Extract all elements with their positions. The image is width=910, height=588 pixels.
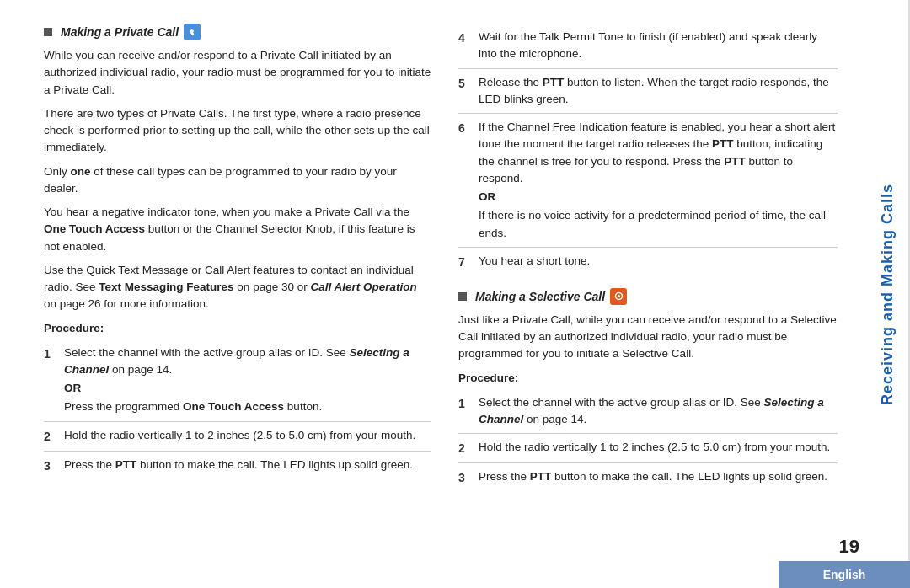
selective-intro: Just like a Private Call, while you can … (458, 312, 838, 363)
selective-call-title: Making a Selective Call (458, 288, 838, 305)
selective-title-square-icon (458, 292, 467, 301)
sel-step-1-text: Select the channel with the active group… (479, 396, 824, 425)
para-1: While you can receive and/or respond to … (44, 47, 431, 99)
right-column: 4 Wait for the Talk Permit Tone to finis… (458, 24, 846, 573)
step-5-text: Release the PTT button to listen. When t… (479, 76, 829, 105)
sel-step-number-1: 1 (458, 395, 472, 413)
private-call-title: Making a Private Call (44, 24, 431, 40)
step-number-4: 4 (458, 29, 472, 47)
step-number-6: 6 (458, 120, 472, 137)
step-number-3: 3 (44, 457, 57, 475)
right-step-7: 7 You hear a short tone. (458, 248, 838, 276)
selective-call-title-text: Making a Selective Call (475, 290, 605, 303)
procedure-label-right: Procedure: (458, 372, 838, 384)
step-number-7: 7 (458, 254, 472, 271)
step-6-text: If the Channel Free Indication feature i… (479, 120, 835, 184)
step-content-6: If the Channel Free Indication feature i… (479, 119, 838, 242)
right-step-5: 5 Release the PTT button to listen. When… (458, 69, 838, 115)
left-column: Making a Private Call While you can rece… (44, 24, 431, 573)
page-number: 19 (839, 536, 859, 558)
step-content-4: Wait for the Talk Permit Tone to finish … (479, 29, 838, 63)
right-steps-continued: 4 Wait for the Talk Permit Tone to finis… (458, 24, 838, 276)
left-step-1: 1 Select the channel with the active gro… (44, 339, 431, 422)
english-badge: English (779, 561, 910, 588)
sel-step-2-text: Hold the radio vertically 1 to 2 inches … (479, 441, 830, 453)
sel-step-content-2: Hold the radio vertically 1 to 2 inches … (479, 439, 838, 456)
step-content-1: Select the channel with the active group… (64, 345, 431, 416)
step-1-sub: Press the programmed One Touch Access bu… (64, 398, 431, 415)
step-6-or: OR (479, 189, 838, 206)
step-6-sub: If there is no voice activity for a pred… (479, 207, 838, 242)
step-content-7: You hear a short tone. (479, 253, 838, 270)
procedure-label-left: Procedure: (44, 322, 431, 334)
svg-point-1 (618, 295, 620, 297)
step-3-text: Press the PTT button to make the call. T… (64, 458, 413, 471)
sel-step-number-2: 2 (458, 440, 472, 457)
step-content-3: Press the PTT button to make the call. T… (64, 457, 431, 473)
sel-step-2: 2 Hold the radio vertically 1 to 2 inche… (458, 434, 838, 463)
sel-step-1: 1 Select the channel with the active gro… (458, 389, 838, 435)
left-step-3: 3 Press the PTT button to make the call.… (44, 452, 431, 480)
right-steps: 1 Select the channel with the active gro… (458, 389, 838, 493)
para-4: You hear a negative indicator tone, when… (44, 204, 431, 255)
step-1-or: OR (64, 380, 431, 397)
step-content-5: Release the PTT button to listen. When t… (479, 74, 838, 109)
step-number-5: 5 (458, 75, 472, 93)
sel-step-content-3: Press the PTT button to make the call. T… (479, 468, 838, 485)
step-number-2: 2 (44, 428, 57, 446)
right-step-4: 4 Wait for the Talk Permit Tone to finis… (458, 24, 838, 69)
step-4-text: Wait for the Talk Permit Tone to finish … (479, 30, 817, 60)
left-steps: 1 Select the channel with the active gro… (44, 339, 431, 480)
private-call-icon (184, 24, 201, 40)
private-call-title-text: Making a Private Call (61, 25, 179, 39)
para-2: There are two types of Private Calls. Th… (44, 105, 431, 157)
right-step-6: 6 If the Channel Free Indication feature… (458, 114, 838, 248)
page-container: Making a Private Call While you can rece… (0, 0, 910, 588)
title-square-icon (44, 28, 52, 36)
step-7-text: You hear a short tone. (479, 254, 590, 267)
sel-step-number-3: 3 (458, 469, 472, 487)
para-3: Only one of these call types can be prog… (44, 163, 431, 198)
sel-step-3: 3 Press the PTT button to make the call.… (458, 463, 838, 492)
step-number-1: 1 (44, 345, 57, 363)
main-content: Making a Private Call While you can rece… (0, 0, 866, 588)
left-step-2: 2 Hold the radio vertically 1 to 2 inche… (44, 422, 431, 452)
step-2-text: Hold the radio vertically 1 to 2 inches … (64, 429, 415, 441)
step-1-text: Select the channel with the active group… (64, 346, 410, 376)
step-content-2: Hold the radio vertically 1 to 2 inches … (64, 427, 431, 444)
para-5: Use the Quick Text Message or Call Alert… (44, 262, 431, 313)
selective-call-icon (610, 288, 627, 305)
sidebar-title: Receiving and Making Calls (866, 0, 910, 588)
sel-step-3-text: Press the PTT button to make the call. T… (479, 470, 827, 483)
sel-step-content-1: Select the channel with the active group… (479, 394, 838, 429)
